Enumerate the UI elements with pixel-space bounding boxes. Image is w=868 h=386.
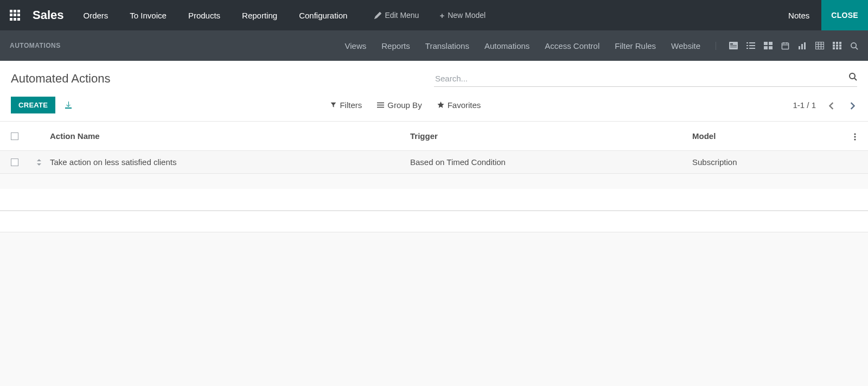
svg-point-42 — [854, 133, 856, 135]
svg-rect-1 — [730, 43, 733, 45]
favorites-dropdown[interactable]: Favorites — [437, 100, 481, 110]
spacer-band-2 — [0, 211, 868, 232]
svg-rect-34 — [839, 47, 841, 49]
list-view: Action Name Trigger Model Take action on… — [0, 122, 868, 174]
pencil-icon — [374, 12, 381, 19]
svg-rect-26 — [833, 42, 835, 44]
svg-rect-28 — [839, 42, 841, 44]
kanban-view-icon[interactable] — [764, 42, 773, 49]
svg-rect-11 — [769, 42, 773, 45]
svg-rect-8 — [746, 48, 748, 49]
svg-line-38 — [854, 78, 857, 80]
svg-rect-2 — [730, 45, 737, 46]
filters-dropdown[interactable]: Filters — [330, 100, 362, 110]
svg-marker-46 — [37, 163, 41, 166]
menu-to-invoice[interactable]: To Invoice — [130, 11, 167, 20]
row-checkbox[interactable] — [11, 159, 18, 166]
close-button[interactable]: CLOSE — [821, 0, 868, 30]
table-header: Action Name Trigger Model — [0, 122, 868, 151]
svg-rect-7 — [749, 45, 755, 46]
svg-point-37 — [850, 73, 855, 79]
list-lines-icon — [377, 102, 384, 108]
svg-line-36 — [856, 47, 858, 49]
graph-view-icon[interactable] — [798, 42, 807, 49]
new-model-button[interactable]: + New Model — [439, 11, 486, 20]
form-view-icon[interactable] — [729, 42, 738, 49]
export-icon[interactable] — [64, 100, 73, 110]
subnav-filter-rules[interactable]: Filter Rules — [615, 41, 656, 50]
svg-point-44 — [854, 138, 856, 140]
optional-columns-icon[interactable] — [844, 131, 866, 141]
table-row[interactable]: Take action on less satisfied clients Ba… — [0, 151, 868, 174]
funnel-icon — [330, 102, 336, 108]
svg-rect-32 — [833, 47, 835, 49]
plus-icon: + — [439, 11, 444, 20]
subnav-automations[interactable]: Automations — [484, 41, 529, 50]
create-button[interactable]: CREATE — [11, 97, 55, 113]
subnav-translations[interactable]: Translations — [425, 41, 469, 50]
search-view-icon[interactable] — [850, 42, 858, 50]
new-model-label: New Model — [448, 11, 486, 20]
apps-icon[interactable] — [10, 10, 21, 21]
pager-value[interactable]: 1-1 / 1 — [793, 100, 816, 110]
svg-marker-45 — [37, 159, 41, 161]
subnav-reports[interactable]: Reports — [381, 41, 410, 50]
svg-rect-20 — [804, 42, 806, 49]
col-trigger[interactable]: Trigger — [410, 131, 692, 141]
view-switcher — [716, 42, 858, 50]
search-input[interactable] — [434, 71, 857, 87]
page-title: Automated Actions — [11, 72, 434, 86]
star-icon — [437, 102, 444, 109]
edit-menu-label: Edit Menu — [385, 11, 419, 20]
svg-rect-18 — [799, 46, 800, 49]
svg-rect-13 — [769, 46, 773, 49]
app-brand[interactable]: Sales — [33, 8, 64, 22]
search-container — [434, 71, 857, 87]
svg-rect-29 — [833, 45, 835, 47]
pager-next-icon[interactable] — [847, 98, 857, 112]
subnav-links: Views Reports Translations Automations A… — [345, 41, 700, 50]
svg-rect-4 — [746, 42, 748, 43]
select-all-checkbox[interactable] — [11, 132, 18, 140]
cell-action-name: Take action on less satisfied clients — [50, 157, 410, 167]
edit-menu-button[interactable]: Edit Menu — [374, 11, 419, 20]
cell-model: Subscription — [692, 157, 844, 167]
dashboard-view-icon[interactable] — [833, 42, 841, 49]
pivot-view-icon[interactable] — [815, 42, 824, 49]
control-panel: Automated Actions CREATE Filters Group B… — [0, 61, 868, 122]
groupby-label: Group By — [387, 100, 422, 110]
subnav-website[interactable]: Website — [671, 41, 700, 50]
svg-point-35 — [851, 42, 856, 47]
subnav-views[interactable]: Views — [345, 41, 367, 50]
svg-rect-3 — [730, 47, 737, 47]
col-action-name[interactable]: Action Name — [50, 131, 410, 141]
groupby-dropdown[interactable]: Group By — [377, 100, 422, 110]
svg-rect-5 — [749, 42, 755, 43]
subnav-access-control[interactable]: Access Control — [545, 41, 599, 50]
menu-reporting[interactable]: Reporting — [242, 11, 277, 20]
sub-navbar: AUTOMATIONS Views Reports Translations A… — [0, 30, 868, 61]
svg-rect-19 — [801, 44, 803, 49]
subnav-title: AUTOMATIONS — [10, 42, 61, 49]
calendar-view-icon[interactable] — [781, 42, 789, 50]
drag-handle-icon[interactable] — [28, 159, 50, 166]
svg-rect-33 — [836, 47, 838, 49]
spacer-band — [0, 189, 868, 211]
notes-link[interactable]: Notes — [788, 11, 809, 20]
svg-rect-6 — [746, 45, 748, 46]
svg-point-43 — [854, 136, 856, 137]
col-model[interactable]: Model — [692, 131, 844, 141]
pager-prev-icon[interactable] — [827, 98, 837, 112]
svg-rect-21 — [816, 42, 824, 49]
list-view-icon[interactable] — [746, 42, 755, 49]
svg-rect-10 — [764, 42, 768, 45]
filters-label: Filters — [340, 100, 362, 110]
menu-products[interactable]: Products — [188, 11, 220, 20]
menu-orders[interactable]: Orders — [84, 11, 108, 20]
menu-configuration[interactable]: Configuration — [299, 11, 347, 20]
favorites-label: Favorites — [448, 100, 481, 110]
search-icon[interactable] — [848, 72, 857, 81]
filter-bar: Filters Group By Favorites — [330, 100, 481, 110]
studio-actions: Edit Menu + New Model — [374, 11, 486, 20]
svg-rect-14 — [782, 43, 788, 49]
